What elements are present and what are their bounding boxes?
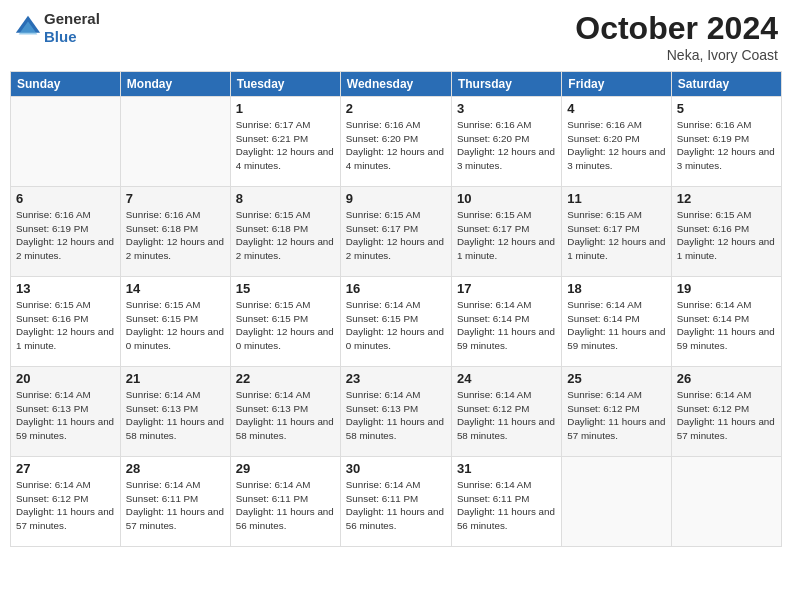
calendar-week-row: 6Sunrise: 6:16 AMSunset: 6:19 PMDaylight… (11, 187, 782, 277)
calendar-day-cell: 14Sunrise: 6:15 AMSunset: 6:15 PMDayligh… (120, 277, 230, 367)
day-number: 3 (457, 101, 556, 116)
calendar-day-cell: 16Sunrise: 6:14 AMSunset: 6:15 PMDayligh… (340, 277, 451, 367)
day-number: 12 (677, 191, 776, 206)
day-info: Sunrise: 6:15 AMSunset: 6:17 PMDaylight:… (346, 208, 446, 263)
day-number: 30 (346, 461, 446, 476)
weekday-header: Monday (120, 72, 230, 97)
day-number: 22 (236, 371, 335, 386)
calendar-day-cell: 20Sunrise: 6:14 AMSunset: 6:13 PMDayligh… (11, 367, 121, 457)
calendar-day-cell (562, 457, 671, 547)
calendar-week-row: 27Sunrise: 6:14 AMSunset: 6:12 PMDayligh… (11, 457, 782, 547)
calendar-day-cell: 2Sunrise: 6:16 AMSunset: 6:20 PMDaylight… (340, 97, 451, 187)
weekday-header: Thursday (451, 72, 561, 97)
day-info: Sunrise: 6:14 AMSunset: 6:13 PMDaylight:… (16, 388, 115, 443)
day-number: 5 (677, 101, 776, 116)
calendar-day-cell (11, 97, 121, 187)
day-info: Sunrise: 6:14 AMSunset: 6:13 PMDaylight:… (346, 388, 446, 443)
day-number: 19 (677, 281, 776, 296)
day-number: 10 (457, 191, 556, 206)
logo: General Blue (14, 10, 100, 46)
day-info: Sunrise: 6:15 AMSunset: 6:16 PMDaylight:… (16, 298, 115, 353)
calendar-day-cell: 28Sunrise: 6:14 AMSunset: 6:11 PMDayligh… (120, 457, 230, 547)
day-info: Sunrise: 6:14 AMSunset: 6:11 PMDaylight:… (346, 478, 446, 533)
day-info: Sunrise: 6:17 AMSunset: 6:21 PMDaylight:… (236, 118, 335, 173)
calendar-day-cell: 18Sunrise: 6:14 AMSunset: 6:14 PMDayligh… (562, 277, 671, 367)
calendar-day-cell: 8Sunrise: 6:15 AMSunset: 6:18 PMDaylight… (230, 187, 340, 277)
day-number: 4 (567, 101, 665, 116)
logo-blue: Blue (44, 28, 77, 45)
calendar-day-cell: 21Sunrise: 6:14 AMSunset: 6:13 PMDayligh… (120, 367, 230, 457)
day-number: 14 (126, 281, 225, 296)
day-info: Sunrise: 6:15 AMSunset: 6:17 PMDaylight:… (457, 208, 556, 263)
day-info: Sunrise: 6:14 AMSunset: 6:11 PMDaylight:… (236, 478, 335, 533)
day-number: 26 (677, 371, 776, 386)
day-info: Sunrise: 6:14 AMSunset: 6:14 PMDaylight:… (457, 298, 556, 353)
day-number: 7 (126, 191, 225, 206)
day-number: 6 (16, 191, 115, 206)
day-info: Sunrise: 6:14 AMSunset: 6:12 PMDaylight:… (567, 388, 665, 443)
location: Neka, Ivory Coast (575, 47, 778, 63)
day-number: 11 (567, 191, 665, 206)
day-number: 2 (346, 101, 446, 116)
calendar-day-cell: 23Sunrise: 6:14 AMSunset: 6:13 PMDayligh… (340, 367, 451, 457)
day-info: Sunrise: 6:15 AMSunset: 6:15 PMDaylight:… (236, 298, 335, 353)
day-number: 8 (236, 191, 335, 206)
day-number: 31 (457, 461, 556, 476)
page-header: General Blue October 2024 Neka, Ivory Co… (10, 10, 782, 63)
day-number: 24 (457, 371, 556, 386)
day-info: Sunrise: 6:16 AMSunset: 6:19 PMDaylight:… (677, 118, 776, 173)
day-info: Sunrise: 6:15 AMSunset: 6:18 PMDaylight:… (236, 208, 335, 263)
day-info: Sunrise: 6:14 AMSunset: 6:11 PMDaylight:… (126, 478, 225, 533)
calendar-day-cell: 26Sunrise: 6:14 AMSunset: 6:12 PMDayligh… (671, 367, 781, 457)
weekday-header: Sunday (11, 72, 121, 97)
day-info: Sunrise: 6:16 AMSunset: 6:19 PMDaylight:… (16, 208, 115, 263)
calendar-day-cell: 13Sunrise: 6:15 AMSunset: 6:16 PMDayligh… (11, 277, 121, 367)
day-number: 28 (126, 461, 225, 476)
logo-general: General (44, 10, 100, 27)
day-number: 21 (126, 371, 225, 386)
calendar-day-cell: 3Sunrise: 6:16 AMSunset: 6:20 PMDaylight… (451, 97, 561, 187)
calendar-table: SundayMondayTuesdayWednesdayThursdayFrid… (10, 71, 782, 547)
day-info: Sunrise: 6:14 AMSunset: 6:13 PMDaylight:… (126, 388, 225, 443)
calendar-day-cell: 17Sunrise: 6:14 AMSunset: 6:14 PMDayligh… (451, 277, 561, 367)
calendar-week-row: 1Sunrise: 6:17 AMSunset: 6:21 PMDaylight… (11, 97, 782, 187)
title-block: October 2024 Neka, Ivory Coast (575, 10, 778, 63)
day-info: Sunrise: 6:14 AMSunset: 6:14 PMDaylight:… (677, 298, 776, 353)
day-info: Sunrise: 6:14 AMSunset: 6:12 PMDaylight:… (457, 388, 556, 443)
calendar-day-cell: 11Sunrise: 6:15 AMSunset: 6:17 PMDayligh… (562, 187, 671, 277)
day-info: Sunrise: 6:16 AMSunset: 6:18 PMDaylight:… (126, 208, 225, 263)
calendar-day-cell: 29Sunrise: 6:14 AMSunset: 6:11 PMDayligh… (230, 457, 340, 547)
weekday-header: Friday (562, 72, 671, 97)
day-info: Sunrise: 6:14 AMSunset: 6:13 PMDaylight:… (236, 388, 335, 443)
weekday-header: Tuesday (230, 72, 340, 97)
calendar-day-cell: 19Sunrise: 6:14 AMSunset: 6:14 PMDayligh… (671, 277, 781, 367)
calendar-day-cell: 10Sunrise: 6:15 AMSunset: 6:17 PMDayligh… (451, 187, 561, 277)
day-info: Sunrise: 6:16 AMSunset: 6:20 PMDaylight:… (457, 118, 556, 173)
day-info: Sunrise: 6:16 AMSunset: 6:20 PMDaylight:… (346, 118, 446, 173)
day-info: Sunrise: 6:14 AMSunset: 6:12 PMDaylight:… (16, 478, 115, 533)
day-number: 29 (236, 461, 335, 476)
day-number: 13 (16, 281, 115, 296)
calendar-day-cell: 4Sunrise: 6:16 AMSunset: 6:20 PMDaylight… (562, 97, 671, 187)
calendar-day-cell: 30Sunrise: 6:14 AMSunset: 6:11 PMDayligh… (340, 457, 451, 547)
day-info: Sunrise: 6:15 AMSunset: 6:16 PMDaylight:… (677, 208, 776, 263)
weekday-header-row: SundayMondayTuesdayWednesdayThursdayFrid… (11, 72, 782, 97)
calendar-day-cell: 25Sunrise: 6:14 AMSunset: 6:12 PMDayligh… (562, 367, 671, 457)
calendar-day-cell: 31Sunrise: 6:14 AMSunset: 6:11 PMDayligh… (451, 457, 561, 547)
calendar-week-row: 20Sunrise: 6:14 AMSunset: 6:13 PMDayligh… (11, 367, 782, 457)
calendar-day-cell (671, 457, 781, 547)
day-number: 16 (346, 281, 446, 296)
weekday-header: Wednesday (340, 72, 451, 97)
calendar-day-cell: 9Sunrise: 6:15 AMSunset: 6:17 PMDaylight… (340, 187, 451, 277)
calendar-day-cell: 6Sunrise: 6:16 AMSunset: 6:19 PMDaylight… (11, 187, 121, 277)
weekday-header: Saturday (671, 72, 781, 97)
day-info: Sunrise: 6:15 AMSunset: 6:15 PMDaylight:… (126, 298, 225, 353)
day-info: Sunrise: 6:14 AMSunset: 6:11 PMDaylight:… (457, 478, 556, 533)
day-number: 25 (567, 371, 665, 386)
calendar-day-cell: 7Sunrise: 6:16 AMSunset: 6:18 PMDaylight… (120, 187, 230, 277)
calendar-day-cell: 1Sunrise: 6:17 AMSunset: 6:21 PMDaylight… (230, 97, 340, 187)
day-info: Sunrise: 6:16 AMSunset: 6:20 PMDaylight:… (567, 118, 665, 173)
calendar-day-cell: 24Sunrise: 6:14 AMSunset: 6:12 PMDayligh… (451, 367, 561, 457)
calendar-day-cell: 27Sunrise: 6:14 AMSunset: 6:12 PMDayligh… (11, 457, 121, 547)
logo-icon (14, 14, 42, 42)
